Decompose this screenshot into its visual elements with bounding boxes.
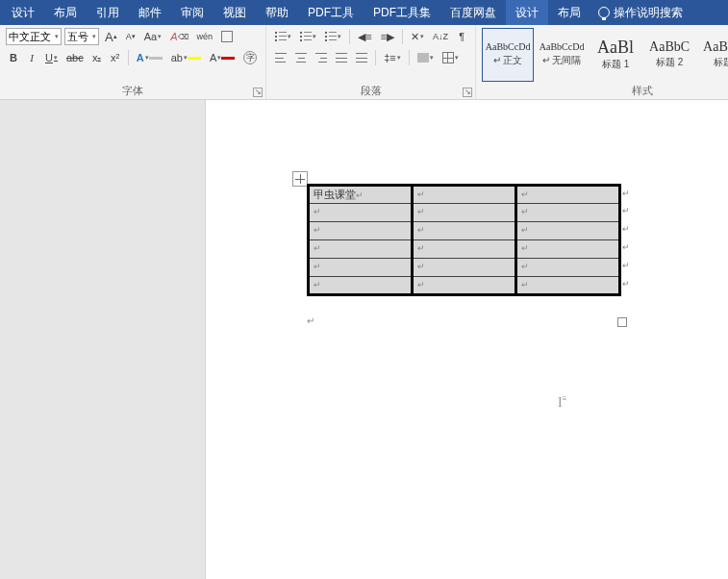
- table-cell[interactable]: ↵: [309, 204, 413, 222]
- grow-font-button[interactable]: A▴: [102, 28, 120, 45]
- style-item-2[interactable]: AaBl标题 1: [590, 28, 641, 82]
- font-name-combo[interactable]: 中文正文▾: [6, 28, 62, 45]
- tab-mail[interactable]: 邮件: [129, 0, 171, 25]
- cell-end-mark: ↵: [417, 207, 425, 216]
- clear-format-button[interactable]: A⌫: [167, 28, 190, 45]
- table-row[interactable]: 甲虫课堂↵↵↵↵: [309, 186, 620, 204]
- styles-group: AaBbCcDd↵ 正文AaBbCcDd↵ 无间隔AaBl标题 1AaBbC标题…: [476, 25, 728, 99]
- tab-design[interactable]: 设计: [2, 0, 44, 25]
- table-cell[interactable]: ↵↵: [516, 277, 620, 295]
- char-border-button[interactable]: [218, 28, 236, 45]
- table-move-handle[interactable]: [292, 171, 308, 187]
- align-right-button[interactable]: [313, 49, 330, 66]
- style-label: ↵ 正文: [493, 54, 523, 67]
- numbering-icon: [300, 32, 312, 41]
- navigation-pane[interactable]: [0, 100, 206, 579]
- show-marks-button[interactable]: ¶: [454, 28, 469, 45]
- style-item-3[interactable]: AaBbC标题 2: [643, 28, 695, 82]
- superscript-button[interactable]: x²: [108, 49, 123, 66]
- asian-layout-button[interactable]: ✕▾: [408, 28, 427, 45]
- table-cell[interactable]: ↵: [413, 186, 516, 204]
- style-preview: AaBbCcDd: [486, 42, 531, 52]
- outdent-button[interactable]: ◀≡: [355, 28, 374, 45]
- table-cell[interactable]: ↵: [413, 240, 516, 259]
- tab-view[interactable]: 视图: [213, 0, 256, 25]
- strike-button[interactable]: abc: [63, 49, 87, 66]
- style-preview: AaBbC: [703, 40, 728, 54]
- table-resize-handle[interactable]: [617, 317, 627, 327]
- align-center-icon: [295, 53, 307, 63]
- table-cell[interactable]: ↵↵: [516, 240, 620, 259]
- table-cell[interactable]: ↵: [309, 259, 413, 277]
- font-color-button[interactable]: A▾: [207, 49, 238, 66]
- table-row[interactable]: ↵↵↵↵: [309, 277, 620, 295]
- style-item-1[interactable]: AaBbCcDd↵ 无间隔: [536, 28, 588, 82]
- cell-end-mark: ↵: [314, 262, 321, 271]
- font-dialog-launcher[interactable]: ↘: [253, 88, 263, 97]
- enclose-char-button[interactable]: 字: [240, 49, 260, 66]
- cell-end-mark: ↵: [314, 243, 321, 253]
- align-justify-button[interactable]: [333, 49, 350, 66]
- table-cell[interactable]: ↵: [413, 222, 516, 240]
- tab-pdftool[interactable]: PDF工具: [298, 0, 364, 25]
- separator: [375, 50, 376, 65]
- change-case-button[interactable]: Aa▾: [141, 28, 164, 45]
- table-row[interactable]: ↵↵↵↵: [309, 240, 620, 259]
- tab-pdftoolset[interactable]: PDF工具集: [364, 0, 440, 25]
- table-cell[interactable]: ↵↵: [516, 259, 620, 277]
- phonetic-button[interactable]: wén: [194, 28, 216, 45]
- align-center-button[interactable]: [292, 49, 310, 66]
- borders-button[interactable]: ▾: [439, 49, 462, 66]
- tab-table-layout[interactable]: 布局: [548, 0, 590, 25]
- multilevel-icon: [325, 32, 337, 41]
- document-table[interactable]: 甲虫课堂↵↵↵↵↵↵↵↵↵↵↵↵↵↵↵↵↵↵↵↵↵↵↵↵: [307, 184, 621, 296]
- table-row[interactable]: ↵↵↵↵: [309, 259, 620, 277]
- shrink-font-button[interactable]: A▾: [123, 28, 138, 45]
- table-row[interactable]: ↵↵↵↵: [309, 222, 620, 240]
- table-cell[interactable]: ↵↵: [516, 222, 620, 240]
- table-cell[interactable]: ↵: [309, 222, 413, 240]
- sort-button[interactable]: A↓Z: [430, 28, 451, 45]
- tab-table-design[interactable]: 设计: [506, 0, 548, 25]
- tab-layout[interactable]: 布局: [44, 0, 87, 25]
- underline-button[interactable]: U▾: [42, 49, 61, 66]
- style-item-4[interactable]: AaBbC标题: [697, 28, 728, 82]
- table-row[interactable]: ↵↵↵↵: [309, 204, 620, 222]
- align-distribute-icon: [356, 53, 367, 63]
- subscript-button[interactable]: x₂: [89, 49, 105, 66]
- align-left-button[interactable]: [272, 49, 289, 66]
- line-spacing-button[interactable]: ‡≡▾: [381, 49, 404, 66]
- line-spacing-icon: ‡≡: [384, 52, 396, 63]
- tell-me-search[interactable]: 操作说明搜索: [590, 5, 690, 21]
- paragraph-dialog-launcher[interactable]: ↘: [463, 88, 472, 97]
- tab-review[interactable]: 审阅: [171, 0, 213, 25]
- font-size-combo[interactable]: 五号▾: [64, 28, 99, 45]
- italic-button[interactable]: I: [24, 49, 39, 66]
- styles-gallery[interactable]: AaBbCcDd↵ 正文AaBbCcDd↵ 无间隔AaBl标题 1AaBbC标题…: [482, 28, 728, 82]
- text-effects-button[interactable]: A▾: [134, 49, 165, 66]
- style-item-0[interactable]: AaBbCcDd↵ 正文: [482, 28, 534, 82]
- multilevel-button[interactable]: ▾: [322, 28, 344, 45]
- table-cell[interactable]: ↵: [309, 277, 413, 295]
- tab-help[interactable]: 帮助: [256, 0, 298, 25]
- table-cell[interactable]: ↵: [309, 240, 413, 259]
- table-cell[interactable]: ↵↵: [516, 186, 620, 204]
- tab-references[interactable]: 引用: [87, 0, 129, 25]
- bullets-button[interactable]: ▾: [272, 28, 294, 45]
- numbering-button[interactable]: ▾: [297, 28, 319, 45]
- indent-button[interactable]: ≡▶: [378, 28, 397, 45]
- highlight-button[interactable]: ab▾: [168, 49, 204, 66]
- align-distribute-button[interactable]: [353, 49, 370, 66]
- page[interactable]: 甲虫课堂↵↵↵↵↵↵↵↵↵↵↵↵↵↵↵↵↵↵↵↵↵↵↵↵ ↵ I≡: [213, 113, 714, 566]
- tab-baidu[interactable]: 百度网盘: [440, 0, 506, 25]
- shading-button[interactable]: ▾: [414, 49, 437, 66]
- table-cell[interactable]: 甲虫课堂↵: [309, 186, 413, 204]
- document-area[interactable]: 甲虫课堂↵↵↵↵↵↵↵↵↵↵↵↵↵↵↵↵↵↵↵↵↵↵↵↵ ↵ I≡: [206, 100, 728, 579]
- bold-button[interactable]: B: [6, 49, 21, 66]
- table-cell[interactable]: ↵↵: [516, 204, 620, 222]
- table-cell[interactable]: ↵: [413, 277, 516, 295]
- style-label: 标题: [714, 56, 728, 69]
- table-cell[interactable]: ↵: [413, 259, 516, 277]
- table-cell[interactable]: ↵: [413, 204, 516, 222]
- cell-end-mark: ↵: [521, 243, 529, 253]
